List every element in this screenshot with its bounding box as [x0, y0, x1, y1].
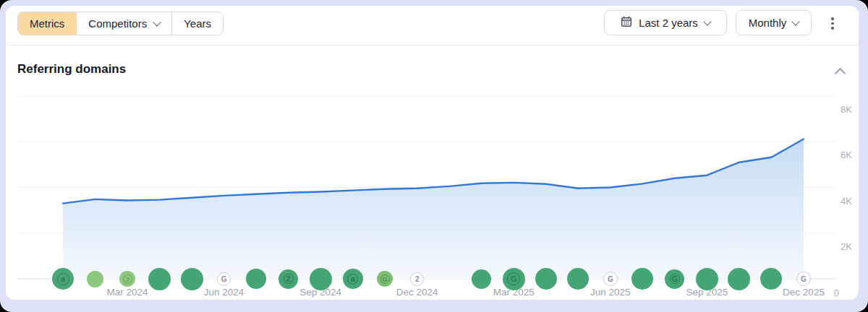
- x-axis-tick-label: Dec 2024: [396, 287, 438, 298]
- 2-badge-glyph: 2: [415, 275, 420, 283]
- event-marker-jan-2024[interactable]: a: [52, 268, 74, 290]
- referring-domains-chart[interactable]: [0, 0, 868, 312]
- event-marker-dec-2025[interactable]: G: [796, 272, 811, 286]
- event-marker-may-2024[interactable]: [181, 268, 203, 290]
- event-marker-apr-2025[interactable]: [535, 268, 557, 290]
- event-marker-feb-2025[interactable]: [472, 269, 491, 289]
- 3-badge-glyph: 3: [123, 274, 132, 284]
- y-axis-tick-label: 8K: [820, 104, 852, 115]
- event-marker-apr-2024[interactable]: [148, 268, 171, 290]
- event-marker-feb-2024[interactable]: [87, 271, 103, 287]
- x-axis-tick-label: Dec 2025: [783, 287, 825, 298]
- g-badge-glyph: G: [670, 274, 680, 284]
- event-marker-mar-2024[interactable]: 3: [119, 271, 135, 287]
- event-marker-sep-2025[interactable]: [696, 268, 718, 290]
- event-marker-mar-2025[interactable]: G: [503, 268, 525, 290]
- x-axis-tick-label: Mar 2024: [107, 287, 148, 298]
- event-marker-aug-2025[interactable]: G: [665, 269, 684, 289]
- g-badge-glyph: G: [608, 275, 613, 283]
- event-marker-sep-2024[interactable]: [310, 268, 332, 290]
- event-marker-oct-2025[interactable]: [728, 268, 750, 290]
- x-axis-tick-label: Jun 2025: [590, 287, 631, 298]
- y-axis-tick-label: 4K: [820, 196, 852, 207]
- g-badge-glyph: G: [507, 272, 520, 285]
- event-marker-dec-2024[interactable]: 2: [410, 272, 424, 286]
- area-fill: [63, 139, 804, 280]
- event-marker-jul-2024[interactable]: [246, 269, 266, 289]
- event-marker-aug-2024[interactable]: 2: [278, 269, 298, 289]
- 2-badge-glyph: 2: [284, 274, 294, 284]
- y-axis-tick-label: 2K: [820, 241, 852, 252]
- g-badge-glyph: G: [380, 274, 390, 284]
- a-badge-glyph: a: [57, 273, 69, 285]
- metrics-panel: Metrics Competitors Years Last 2 years M…: [0, 0, 868, 312]
- g-badge-glyph: G: [801, 275, 807, 283]
- a-badge-glyph: a: [347, 274, 358, 285]
- y-axis-tick-label: 6K: [820, 150, 852, 160]
- event-marker-jun-2025[interactable]: G: [603, 272, 618, 286]
- event-marker-oct-2024[interactable]: a: [343, 269, 363, 289]
- event-marker-jun-2024[interactable]: G: [217, 272, 231, 286]
- x-axis-tick-label: Jun 2024: [204, 287, 244, 298]
- g-badge-glyph: G: [221, 275, 227, 283]
